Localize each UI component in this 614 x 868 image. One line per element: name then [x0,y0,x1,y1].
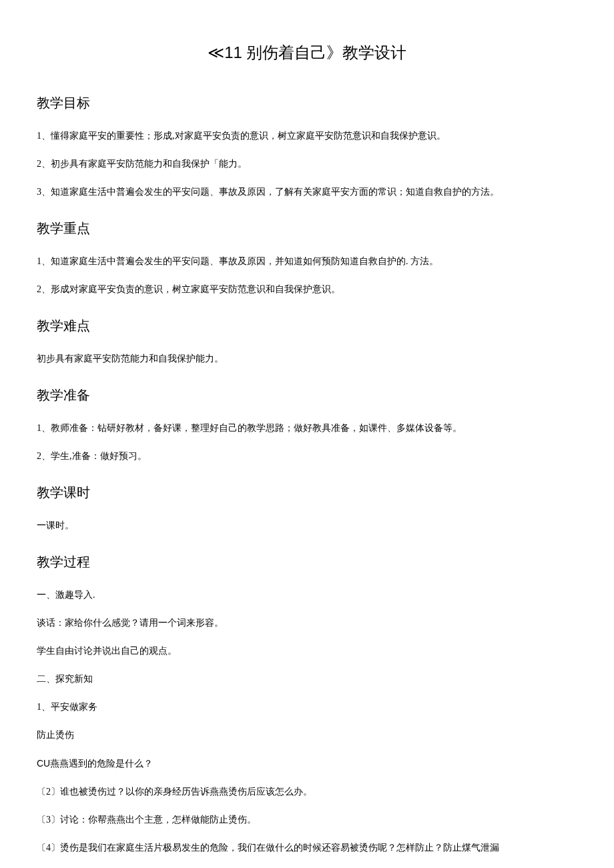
section-heading-goals: 教学目标 [37,92,577,113]
preparation-item-1: 1、教师准备：钻研好教材，备好课，整理好自己的教学思路；做好教具准备，如课件、多… [37,419,577,438]
section-heading-preparation: 教学准备 [37,384,577,406]
process-item-5: 1、平安做家务 [37,698,577,717]
process-sub-item-4: 〔4〕烫伤是我们在家庭生活片极易发生的危险，我们在做什么的时候还容易被烫伤呢？怎… [37,839,577,857]
title-number: ≪11 [208,43,242,61]
process-item-1: 一、激趣导入. [37,586,577,604]
process-sub-item-2: 〔2〕谁也被烫伤过？以你的亲身经历告诉燕燕烫伤后应该怎么办。 [37,783,577,801]
process-item-6: 防止烫伤 [37,726,577,745]
process-cu-line: CU燕燕遇到的危险是什么？ [37,754,577,773]
cu-prefix: CU [37,758,50,769]
process-item-3: 学生自由讨论并说出自己的观点。 [37,642,577,661]
keypoints-item-1: 1、知道家庭生活中普遍会发生的平安问题、事故及原因，并知道如何预防知道自救自护的… [37,252,577,271]
goals-item-3: 3、知道家庭生活中普遍会发生的平安问题、事故及原因，了解有关家庭平安方面的常识；… [37,183,577,201]
classtime-item-1: 一课时。 [37,516,577,535]
goals-item-1: 1、懂得家庭平安的重要性；形成,对家庭平安负责的意识，树立家庭平安防范意识和自我… [37,127,577,145]
process-sub-item-3: 〔3〕讨论：你帮燕燕出个主意，怎样做能防止烫伤。 [37,811,577,829]
cu-text: 燕燕遇到的危险是什么？ [50,759,153,769]
title-text: 别伤着自己》教学设计 [242,44,406,61]
process-item-2: 谈话：家给你什么感觉？请用一个词来形容。 [37,614,577,632]
keypoints-item-2: 2、形成对家庭平安负责的意识，树立家庭平安防范意识和自我保护意识。 [37,280,577,299]
difficulties-item-1: 初步具有家庭平安防范能力和自我保护能力。 [37,350,577,368]
preparation-item-2: 2、学生,准备：做好预习。 [37,447,577,466]
document-title: ≪11 别伤着自己》教学设计 [37,40,577,65]
section-heading-keypoints: 教学重点 [37,218,577,239]
section-heading-difficulties: 教学难点 [37,315,577,336]
section-heading-classtime: 教学课时 [37,482,577,503]
goals-item-2: 2、初步具有家庭平安防范能力和自我保护「能力。 [37,155,577,173]
process-item-4: 二、探究新知 [37,670,577,689]
section-heading-process: 教学过程 [37,551,577,572]
